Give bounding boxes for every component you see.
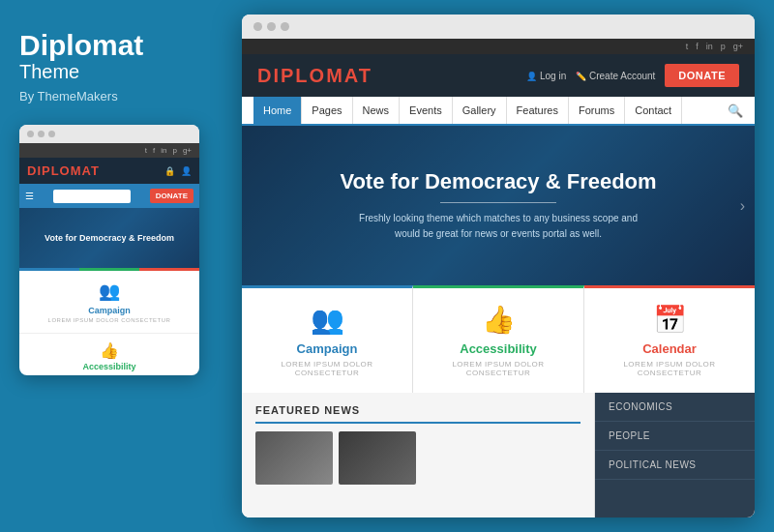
mobile-feature-campaign: 👥 Campaign LOREM IPSUM DOLOR CONSECTETUR (19, 271, 199, 334)
nav-item-home[interactable]: Home (253, 97, 302, 124)
mobile-user-icon: 👤 (181, 166, 192, 176)
browser-dot-3 (281, 22, 289, 31)
browser-content: t f in p g+ DIPLOMAT 👤 Log in ✏️ Create … (242, 39, 755, 517)
mobile-campaign-sub: LOREM IPSUM DOLOR CONSECTETUR (27, 317, 192, 323)
accessibility-icon: 👍 (423, 304, 574, 336)
bottom-section: FEATURED NEWS ECONOMICS PEOPLE POLITICAL… (242, 393, 755, 517)
sidebar-item-economics[interactable]: ECONOMICS (595, 393, 755, 422)
app-author: By ThemeMakers (19, 89, 118, 103)
site-donate-button[interactable]: DONATE (665, 64, 739, 87)
news-sidebar: ECONOMICS PEOPLE POLITICAL NEWS (595, 393, 755, 517)
mobile-campaign-title: Campaign (27, 306, 192, 315)
hero-divider (440, 202, 556, 203)
mobile-campaign-icon: 👥 (27, 281, 192, 302)
nav-search-icon[interactable]: 🔍 (728, 103, 743, 118)
mobile-header: DIPLOMAT 🔒 👤 (19, 158, 199, 184)
news-image-1 (255, 431, 333, 485)
calendar-icon: 📅 (594, 304, 745, 336)
mobile-dot-2 (38, 131, 45, 137)
app-subtitle: Theme (19, 61, 79, 83)
campaign-title: Campaign (252, 341, 402, 356)
nav-item-features[interactable]: Features (507, 97, 569, 124)
mobile-accessibility-title: Accessibility (27, 362, 192, 371)
site-logo-main: DIPLO (257, 65, 326, 86)
mobile-browser-bar (19, 125, 199, 143)
mobile-hero: Vote for Democracy & Freedom (19, 208, 199, 268)
mobile-lock-icon: 🔒 (164, 166, 175, 176)
site-logo-accent: MAT (326, 65, 372, 86)
feature-card-accessibility: 👍 Accessibility LOREM IPSUM DOLOR CONSEC… (413, 285, 584, 393)
mobile-accessibility-icon: 👍 (27, 341, 192, 360)
mobile-logo-accent: MAT (71, 163, 100, 178)
login-link[interactable]: 👤 Log in (526, 71, 566, 81)
nav-item-news[interactable]: News (353, 97, 401, 124)
mobile-googleplus-icon: g+ (183, 146, 192, 155)
news-images (255, 431, 580, 485)
calendar-sub: LOREM IPSUM DOLOR CONSECTETUR (594, 360, 745, 377)
site-twitter-icon[interactable]: t (686, 42, 689, 51)
site-logo: DIPLOMAT (257, 65, 372, 87)
site-googleplus-icon[interactable]: g+ (733, 42, 743, 51)
hero-next-arrow[interactable]: › (740, 197, 745, 215)
sidebar-item-people[interactable]: PEOPLE (595, 422, 755, 451)
mobile-header-icons: 🔒 👤 (164, 166, 192, 176)
mobile-nav-bar: ☰ DONATE (19, 184, 199, 208)
mobile-logo: DIPLOMAT (27, 163, 100, 178)
sidebar-item-political-news[interactable]: POLITICAL NEWS (595, 451, 755, 480)
mobile-donate-button[interactable]: DONATE (150, 189, 194, 203)
nav-item-contact[interactable]: Contact (625, 97, 682, 124)
mobile-social-bar: t f in p g+ (19, 143, 199, 158)
feature-card-campaign: 👥 Campaign LOREM IPSUM DOLOR CONSECTETUR (242, 285, 413, 393)
site-facebook-icon[interactable]: f (696, 42, 699, 51)
site-navigation: Home Pages News Events Gallery Features … (242, 97, 755, 126)
site-linkedin-icon[interactable]: in (706, 42, 713, 51)
browser-mockup: t f in p g+ DIPLOMAT 👤 Log in ✏️ Create … (242, 15, 755, 517)
browser-dot-2 (267, 22, 276, 31)
featured-news-title: FEATURED NEWS (255, 404, 580, 424)
mobile-facebook-icon: f (153, 146, 155, 155)
nav-item-gallery[interactable]: Gallery (453, 97, 507, 124)
mobile-linkedin-icon: in (161, 146, 166, 155)
accessibility-title: Accessibility (423, 341, 574, 356)
title-bold: Diplomat (19, 29, 143, 61)
mobile-mockup: t f in p g+ DIPLOMAT 🔒 👤 ☰ DONATE Vote f… (19, 125, 199, 375)
left-panel: Diplomat Theme By ThemeMakers t f in p g… (0, 0, 223, 532)
mobile-pinterest-icon: p (172, 146, 176, 155)
site-header-right: 👤 Log in ✏️ Create Account DONATE (526, 64, 739, 87)
nav-items: Home Pages News Events Gallery Features … (253, 97, 682, 124)
app-title: Diplomat (19, 29, 143, 61)
browser-top-bar (242, 15, 755, 39)
mobile-twitter-icon: t (145, 146, 147, 155)
site-pinterest-icon[interactable]: p (721, 42, 726, 51)
site-header: DIPLOMAT 👤 Log in ✏️ Create Account DONA… (242, 54, 755, 97)
features-section: 👥 Campaign LOREM IPSUM DOLOR CONSECTETUR… (242, 285, 755, 393)
create-account-text: Create Account (589, 71, 655, 81)
mobile-dot-3 (48, 131, 55, 137)
hero-text-block: Vote for Democracy & Freedom Freshly loo… (340, 169, 656, 242)
login-text: Log in (540, 71, 566, 81)
mobile-bar-red (139, 268, 199, 271)
news-image-2 (339, 431, 416, 485)
site-hero: Vote for Democracy & Freedom Freshly loo… (242, 126, 755, 285)
site-social-bar: t f in p g+ (242, 39, 755, 54)
hero-title: Vote for Democracy & Freedom (340, 169, 656, 194)
mobile-feature-accessibility: 👍 Accessibility (19, 334, 199, 375)
create-account-link[interactable]: ✏️ Create Account (576, 71, 655, 81)
campaign-sub: LOREM IPSUM DOLOR CONSECTETUR (252, 360, 402, 377)
mobile-bar-green (79, 268, 139, 271)
hamburger-icon[interactable]: ☰ (25, 191, 34, 201)
browser-dot-1 (253, 22, 262, 31)
feature-card-calendar: 📅 Calendar LOREM IPSUM DOLOR CONSECTETUR (584, 285, 755, 393)
nav-item-forums[interactable]: Forums (569, 97, 625, 124)
hero-subtitle-line1: Freshly looking theme which matches to a… (359, 213, 638, 223)
accessibility-sub: LOREM IPSUM DOLOR CONSECTETUR (423, 360, 574, 377)
mobile-bar-blue (19, 268, 79, 271)
mobile-colored-bar (19, 268, 199, 271)
calendar-title: Calendar (594, 341, 745, 356)
hero-subtitle-line2: would be great for news or events portal… (395, 228, 602, 239)
hero-subtitle: Freshly looking theme which matches to a… (340, 211, 656, 242)
nav-item-events[interactable]: Events (400, 97, 453, 124)
featured-news: FEATURED NEWS (242, 393, 595, 517)
mobile-hero-text: Vote for Democracy & Freedom (29, 222, 190, 254)
nav-item-pages[interactable]: Pages (302, 97, 352, 124)
